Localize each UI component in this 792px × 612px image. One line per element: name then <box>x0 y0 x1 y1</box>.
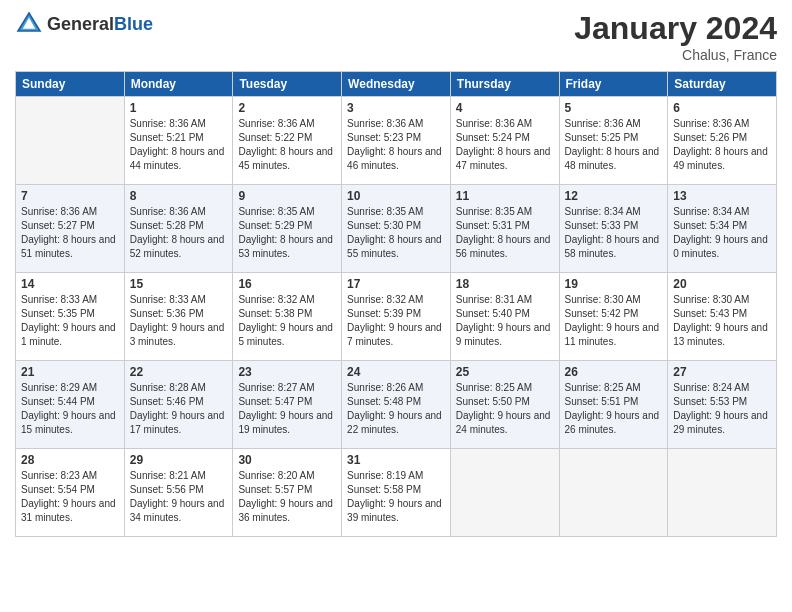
day-number: 9 <box>238 189 336 203</box>
table-row: 23Sunrise: 8:27 AMSunset: 5:47 PMDayligh… <box>233 361 342 449</box>
table-row: 7Sunrise: 8:36 AMSunset: 5:27 PMDaylight… <box>16 185 125 273</box>
table-row: 9Sunrise: 8:35 AMSunset: 5:29 PMDaylight… <box>233 185 342 273</box>
calendar-week-5: 28Sunrise: 8:23 AMSunset: 5:54 PMDayligh… <box>16 449 777 537</box>
table-row: 25Sunrise: 8:25 AMSunset: 5:50 PMDayligh… <box>450 361 559 449</box>
day-number: 24 <box>347 365 445 379</box>
col-tuesday: Tuesday <box>233 72 342 97</box>
day-info: Sunrise: 8:32 AMSunset: 5:39 PMDaylight:… <box>347 293 445 349</box>
day-number: 21 <box>21 365 119 379</box>
table-row: 15Sunrise: 8:33 AMSunset: 5:36 PMDayligh… <box>124 273 233 361</box>
day-info: Sunrise: 8:36 AMSunset: 5:28 PMDaylight:… <box>130 205 228 261</box>
table-row: 10Sunrise: 8:35 AMSunset: 5:30 PMDayligh… <box>342 185 451 273</box>
table-row: 27Sunrise: 8:24 AMSunset: 5:53 PMDayligh… <box>668 361 777 449</box>
col-sunday: Sunday <box>16 72 125 97</box>
table-row: 16Sunrise: 8:32 AMSunset: 5:38 PMDayligh… <box>233 273 342 361</box>
table-row: 4Sunrise: 8:36 AMSunset: 5:24 PMDaylight… <box>450 97 559 185</box>
calendar-week-2: 7Sunrise: 8:36 AMSunset: 5:27 PMDaylight… <box>16 185 777 273</box>
day-info: Sunrise: 8:35 AMSunset: 5:31 PMDaylight:… <box>456 205 554 261</box>
day-number: 8 <box>130 189 228 203</box>
day-info: Sunrise: 8:30 AMSunset: 5:43 PMDaylight:… <box>673 293 771 349</box>
day-number: 26 <box>565 365 663 379</box>
day-number: 18 <box>456 277 554 291</box>
logo-blue: Blue <box>114 14 153 34</box>
table-row: 8Sunrise: 8:36 AMSunset: 5:28 PMDaylight… <box>124 185 233 273</box>
table-row: 31Sunrise: 8:19 AMSunset: 5:58 PMDayligh… <box>342 449 451 537</box>
day-info: Sunrise: 8:28 AMSunset: 5:46 PMDaylight:… <box>130 381 228 437</box>
day-info: Sunrise: 8:36 AMSunset: 5:25 PMDaylight:… <box>565 117 663 173</box>
day-number: 2 <box>238 101 336 115</box>
day-info: Sunrise: 8:36 AMSunset: 5:24 PMDaylight:… <box>456 117 554 173</box>
table-row: 17Sunrise: 8:32 AMSunset: 5:39 PMDayligh… <box>342 273 451 361</box>
logo-icon <box>15 10 43 38</box>
day-number: 6 <box>673 101 771 115</box>
day-info: Sunrise: 8:32 AMSunset: 5:38 PMDaylight:… <box>238 293 336 349</box>
day-info: Sunrise: 8:33 AMSunset: 5:35 PMDaylight:… <box>21 293 119 349</box>
calendar-week-3: 14Sunrise: 8:33 AMSunset: 5:35 PMDayligh… <box>16 273 777 361</box>
day-info: Sunrise: 8:35 AMSunset: 5:30 PMDaylight:… <box>347 205 445 261</box>
day-number: 12 <box>565 189 663 203</box>
day-info: Sunrise: 8:24 AMSunset: 5:53 PMDaylight:… <box>673 381 771 437</box>
col-thursday: Thursday <box>450 72 559 97</box>
day-number: 14 <box>21 277 119 291</box>
col-wednesday: Wednesday <box>342 72 451 97</box>
day-number: 16 <box>238 277 336 291</box>
title-block: January 2024 Chalus, France <box>574 10 777 63</box>
day-number: 19 <box>565 277 663 291</box>
table-row: 22Sunrise: 8:28 AMSunset: 5:46 PMDayligh… <box>124 361 233 449</box>
table-row: 3Sunrise: 8:36 AMSunset: 5:23 PMDaylight… <box>342 97 451 185</box>
logo-general: General <box>47 14 114 34</box>
day-number: 3 <box>347 101 445 115</box>
table-row: 1Sunrise: 8:36 AMSunset: 5:21 PMDaylight… <box>124 97 233 185</box>
day-number: 29 <box>130 453 228 467</box>
col-monday: Monday <box>124 72 233 97</box>
header: GeneralBlue January 2024 Chalus, France <box>15 10 777 63</box>
day-info: Sunrise: 8:36 AMSunset: 5:23 PMDaylight:… <box>347 117 445 173</box>
day-info: Sunrise: 8:21 AMSunset: 5:56 PMDaylight:… <box>130 469 228 525</box>
day-info: Sunrise: 8:36 AMSunset: 5:26 PMDaylight:… <box>673 117 771 173</box>
day-info: Sunrise: 8:20 AMSunset: 5:57 PMDaylight:… <box>238 469 336 525</box>
col-friday: Friday <box>559 72 668 97</box>
table-row: 30Sunrise: 8:20 AMSunset: 5:57 PMDayligh… <box>233 449 342 537</box>
calendar-table: Sunday Monday Tuesday Wednesday Thursday… <box>15 71 777 537</box>
day-number: 27 <box>673 365 771 379</box>
table-row: 11Sunrise: 8:35 AMSunset: 5:31 PMDayligh… <box>450 185 559 273</box>
day-info: Sunrise: 8:36 AMSunset: 5:21 PMDaylight:… <box>130 117 228 173</box>
table-row: 26Sunrise: 8:25 AMSunset: 5:51 PMDayligh… <box>559 361 668 449</box>
day-info: Sunrise: 8:36 AMSunset: 5:22 PMDaylight:… <box>238 117 336 173</box>
day-info: Sunrise: 8:35 AMSunset: 5:29 PMDaylight:… <box>238 205 336 261</box>
day-info: Sunrise: 8:30 AMSunset: 5:42 PMDaylight:… <box>565 293 663 349</box>
day-info: Sunrise: 8:25 AMSunset: 5:50 PMDaylight:… <box>456 381 554 437</box>
day-number: 25 <box>456 365 554 379</box>
day-number: 4 <box>456 101 554 115</box>
table-row: 2Sunrise: 8:36 AMSunset: 5:22 PMDaylight… <box>233 97 342 185</box>
calendar-week-1: 1Sunrise: 8:36 AMSunset: 5:21 PMDaylight… <box>16 97 777 185</box>
day-number: 15 <box>130 277 228 291</box>
day-number: 20 <box>673 277 771 291</box>
day-info: Sunrise: 8:34 AMSunset: 5:34 PMDaylight:… <box>673 205 771 261</box>
location-title: Chalus, France <box>574 47 777 63</box>
day-number: 7 <box>21 189 119 203</box>
table-row: 19Sunrise: 8:30 AMSunset: 5:42 PMDayligh… <box>559 273 668 361</box>
day-number: 10 <box>347 189 445 203</box>
day-info: Sunrise: 8:31 AMSunset: 5:40 PMDaylight:… <box>456 293 554 349</box>
calendar-week-4: 21Sunrise: 8:29 AMSunset: 5:44 PMDayligh… <box>16 361 777 449</box>
table-row: 13Sunrise: 8:34 AMSunset: 5:34 PMDayligh… <box>668 185 777 273</box>
month-title: January 2024 <box>574 10 777 47</box>
day-info: Sunrise: 8:26 AMSunset: 5:48 PMDaylight:… <box>347 381 445 437</box>
page: GeneralBlue January 2024 Chalus, France … <box>0 0 792 612</box>
table-row <box>559 449 668 537</box>
table-row: 24Sunrise: 8:26 AMSunset: 5:48 PMDayligh… <box>342 361 451 449</box>
day-info: Sunrise: 8:33 AMSunset: 5:36 PMDaylight:… <box>130 293 228 349</box>
day-number: 28 <box>21 453 119 467</box>
table-row <box>16 97 125 185</box>
table-row <box>668 449 777 537</box>
day-info: Sunrise: 8:36 AMSunset: 5:27 PMDaylight:… <box>21 205 119 261</box>
day-number: 31 <box>347 453 445 467</box>
day-info: Sunrise: 8:23 AMSunset: 5:54 PMDaylight:… <box>21 469 119 525</box>
day-number: 1 <box>130 101 228 115</box>
logo: GeneralBlue <box>15 10 153 38</box>
table-row: 14Sunrise: 8:33 AMSunset: 5:35 PMDayligh… <box>16 273 125 361</box>
day-info: Sunrise: 8:29 AMSunset: 5:44 PMDaylight:… <box>21 381 119 437</box>
table-row: 6Sunrise: 8:36 AMSunset: 5:26 PMDaylight… <box>668 97 777 185</box>
day-info: Sunrise: 8:34 AMSunset: 5:33 PMDaylight:… <box>565 205 663 261</box>
